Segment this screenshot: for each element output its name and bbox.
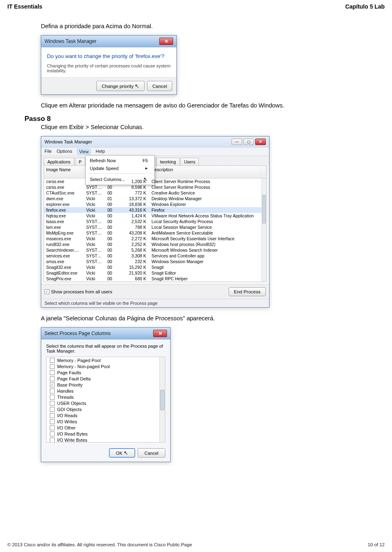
table-row[interactable]: lsass.exeSYSTEM002,532 KLocal Security A…	[44, 219, 266, 224]
minimize-icon[interactable]: —	[232, 139, 242, 145]
menu-options[interactable]: Options	[57, 149, 72, 154]
cursor-icon: ↖	[124, 450, 128, 456]
list-item[interactable]: Memory - Non-paged Pool	[47, 363, 165, 369]
step-8-text: Clique em Exibir > Selecionar Colunas.	[41, 124, 368, 130]
dialog-warning: Changing the priority of certain process…	[41, 61, 176, 77]
menu-help[interactable]: Help	[96, 149, 105, 154]
list-item[interactable]: I/O Write Bytes	[47, 437, 165, 442]
tm-footer: ✓ Show processes from all users End Proc…	[41, 284, 269, 299]
table-row[interactable]: firefox.exeVicki0043,316 KFirefox	[44, 207, 266, 213]
tm-process-pane: Image Name rivate Working Set) Descripti…	[44, 165, 267, 282]
list-item[interactable]: Page Faults	[47, 369, 165, 375]
list-item[interactable]: Handles	[47, 388, 165, 394]
show-all-users-checkbox[interactable]: ✓ Show processes from all users	[45, 289, 112, 294]
tm-columns-header: Image Name rivate Working Set) Descripti…	[44, 166, 266, 179]
end-process-button[interactable]: End Process	[229, 287, 266, 296]
list-item[interactable]: GDI Objects	[47, 406, 165, 412]
cancel-button[interactable]: Cancel	[147, 81, 172, 91]
tm-tabs: Applications P tworking Users	[41, 156, 269, 165]
table-row[interactable]: smss.exeSYSTEM00232 KWindows Session Man…	[44, 259, 266, 264]
table-row[interactable]: msseces.exeVicki002,272 KMicrosoft Secur…	[44, 236, 266, 241]
table-row[interactable]: services.exeSYSTEM003,308 KServices and …	[44, 253, 266, 259]
scrollbar-thumb[interactable]	[160, 390, 165, 410]
list-item[interactable]: Threads	[47, 394, 165, 400]
table-row[interactable]: SearchIndexer....SYSTEM005,268 KMicrosof…	[44, 247, 266, 253]
select-columns-dialog: Select Process Page Columns ✕ Select the…	[41, 327, 171, 462]
ok-button[interactable]: OK↖	[109, 448, 135, 458]
step-8: Passo 8	[24, 114, 368, 123]
close-icon[interactable]: ✕	[255, 139, 266, 145]
table-row[interactable]: explorer.exeVicki0018,836 KWindows Explo…	[44, 201, 266, 207]
list-item[interactable]: I/O Other	[47, 425, 165, 431]
menu-file[interactable]: File	[45, 149, 52, 154]
menu-refresh-now[interactable]: Refresh Now F5	[86, 157, 154, 164]
scrollbar[interactable]	[261, 179, 266, 282]
checkbox-icon	[50, 389, 55, 393]
table-row[interactable]: dwm.exeVicki0113,372 KDesktop Window Man…	[44, 196, 266, 201]
table-row[interactable]: Snagit32.exeVicki0015,292 KSnagit	[44, 264, 266, 270]
sc-columns-list[interactable]: Memory - Paged PoolMemory - Non-paged Po…	[46, 357, 165, 442]
table-row[interactable]: SnagPriv.exeVicki00680 KSnagit RPC Helpe…	[44, 276, 266, 282]
tab-applications[interactable]: Applications	[44, 158, 74, 165]
list-item-label: Page Fault Delta	[57, 376, 91, 381]
intro-text: Defina a prioridade para Acima do Normal…	[41, 23, 368, 29]
tm-process-list[interactable]: csrss.exe1,200 KClient Server Runtime Pr…	[44, 179, 266, 282]
footer-right: 10 of 12	[368, 542, 385, 547]
change-priority-dialog: Windows Task Manager ✕ Do you want to ch…	[41, 35, 177, 95]
page-header: IT Essentials Capítulo 5 Lab	[0, 0, 392, 11]
list-item-label: I/O Read Bytes	[57, 431, 88, 436]
list-item[interactable]: Page Fault Delta	[47, 375, 165, 382]
show-all-label: Show processes from all users	[51, 289, 112, 294]
tab-users[interactable]: Users	[180, 158, 199, 165]
list-item-label: GDI Objects	[57, 407, 82, 412]
list-item[interactable]: USER Objects	[47, 400, 165, 406]
menu-update-speed[interactable]: Update Speed ▸	[86, 164, 154, 172]
after-confirm-text: Clique em Alterar prioridade na mensagem…	[41, 102, 368, 109]
cursor-icon: ↖	[135, 83, 139, 89]
checkbox-icon	[50, 395, 55, 400]
col-image-name[interactable]: Image Name	[44, 166, 84, 178]
tm-title-text: Windows Task Manager	[45, 139, 92, 144]
table-row[interactable]: hqtray.exeVicki001,424 KVMware Host Netw…	[44, 213, 266, 219]
table-row[interactable]: rundll32.exeVicki002,252 KWindows host p…	[44, 241, 266, 247]
list-item[interactable]: I/O Writes	[47, 418, 165, 425]
list-item-label: Base Priority	[57, 382, 82, 387]
scrollbar[interactable]	[159, 357, 165, 442]
col-description[interactable]: Description	[149, 166, 261, 178]
close-icon[interactable]: ✕	[159, 38, 173, 45]
list-item[interactable]: I/O Reads	[47, 412, 165, 418]
maximize-icon[interactable]: ▢	[243, 139, 254, 145]
cancel-button[interactable]: Cancel	[138, 448, 165, 458]
chevron-right-icon: ▸	[145, 165, 148, 171]
table-row[interactable]: MsMpEng.exeSYSTEM0043,208 KAntiMalware S…	[44, 230, 266, 236]
checkbox-icon	[50, 370, 55, 375]
close-icon[interactable]: ✕	[153, 330, 167, 337]
table-row[interactable]: lsm.exeSYSTEM00788 KLocal Session Manage…	[44, 224, 266, 230]
change-priority-button[interactable]: Change priority↖	[96, 81, 145, 91]
list-item[interactable]: Memory - Paged Pool	[47, 357, 165, 363]
tab-processes-partial[interactable]: P	[75, 158, 85, 165]
checkbox-icon	[50, 425, 55, 430]
table-row[interactable]: SnagitEditor.exeVicki0021,920 KSnagit Ed…	[44, 270, 266, 276]
table-row[interactable]: csrss.exe1,200 KClient Server Runtime Pr…	[44, 179, 266, 184]
scrollbar-thumb[interactable]	[262, 195, 266, 223]
checkbox-icon	[50, 413, 55, 418]
checkbox-icon	[50, 419, 55, 424]
table-row[interactable]: csrss.exeSYSTEM008,596 KClient Server Ru…	[44, 184, 266, 190]
table-row[interactable]: CTAudSvc.exeSYSTEM00772 KCreative Audio …	[44, 190, 266, 196]
list-item-label: Page Faults	[57, 370, 81, 375]
after-tm-text: A janela "Selecionar Colunas da Página d…	[41, 315, 368, 322]
list-item[interactable]: ✓Base Priority	[47, 382, 165, 388]
checkbox-icon	[50, 376, 55, 381]
checkbox-icon: ✓	[50, 382, 55, 387]
checkbox-icon: ✓	[45, 289, 49, 294]
menu-view[interactable]: View	[77, 149, 91, 154]
list-item[interactable]: I/O Read Bytes	[47, 431, 165, 437]
dialog-question: Do you want to change the priority of 'f…	[41, 47, 176, 61]
checkbox-icon	[50, 358, 55, 363]
list-item-label: USER Objects	[57, 401, 86, 406]
header-left: IT Essentials	[7, 3, 42, 10]
header-right: Capítulo 5 Lab	[345, 3, 385, 10]
tab-networking-partial[interactable]: tworking	[156, 158, 180, 165]
checkbox-icon	[50, 364, 55, 369]
